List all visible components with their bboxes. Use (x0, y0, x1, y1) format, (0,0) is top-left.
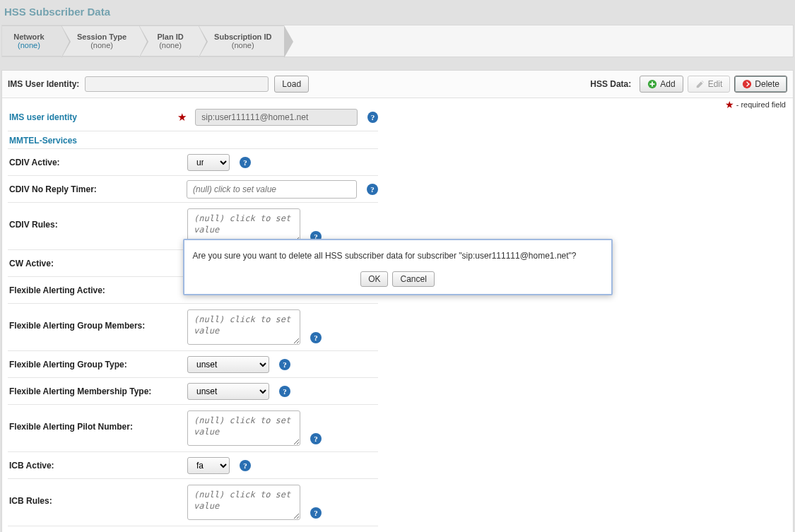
plus-circle-icon (647, 79, 657, 89)
content-panel: IMS User Identity: Load HSS Data: Add Ed… (1, 70, 794, 532)
fa-membership-label: Flexible Alerting Membership Type: (8, 386, 183, 396)
breadcrumb-step-subscription-id[interactable]: Subscription ID (none) (199, 25, 284, 57)
confirm-dialog: Are you sure you want to delete all HSS … (183, 239, 613, 295)
icb-active-label: ICB Active: (8, 461, 183, 471)
icb-rules-input[interactable] (187, 485, 300, 520)
delete-circle-icon (742, 79, 752, 89)
ok-button[interactable]: OK (360, 271, 388, 287)
row-icb-active: ICB Active: false ? (8, 451, 378, 478)
row-cdiv-no-reply-timer: CDIV No Reply Timer: ? (8, 175, 378, 202)
row-fa-group-type: Flexible Alerting Group Type: unset ? (8, 350, 378, 377)
row-fa-membership-type: Flexible Alerting Membership Type: unset… (8, 377, 378, 404)
required-note: ★ - required field (725, 99, 786, 110)
breadcrumb-step-session-type[interactable]: Session Type (none) (61, 25, 139, 57)
toolbar: IMS User Identity: Load HSS Data: Add Ed… (2, 71, 793, 98)
help-icon[interactable]: ? (279, 359, 290, 370)
edit-button[interactable]: Edit (688, 76, 731, 93)
fa-pilot-label: Flexible Alerting Pilot Number: (8, 410, 183, 432)
breadcrumb-value: (none) (155, 41, 186, 49)
breadcrumb-value: (none) (214, 41, 271, 49)
cdiv-active-label: CDIV Active: (8, 158, 183, 167)
load-button[interactable]: Load (274, 76, 309, 93)
hss-data-label: HSS Data: (590, 79, 631, 89)
help-icon[interactable]: ? (310, 332, 322, 343)
dialog-cancel-button[interactable]: Cancel (392, 271, 434, 287)
cdiv-nrt-label: CDIV No Reply Timer: (8, 184, 182, 194)
confirm-dialog-buttons: OK Cancel (193, 271, 603, 287)
help-icon[interactable]: ? (310, 433, 322, 444)
help-icon[interactable]: ? (240, 460, 251, 471)
row-ims-user-identity: IMS user identity ★ ? (8, 104, 378, 131)
ims-identity-input[interactable] (85, 76, 269, 92)
help-icon[interactable]: ? (310, 507, 322, 519)
ims-user-identity-field[interactable] (195, 109, 358, 126)
cw-active-label: CW Active: (8, 259, 183, 268)
page-title: HSS Subscriber Data (0, 0, 795, 25)
fa-membership-select[interactable]: unset (187, 383, 269, 400)
star-icon: ★ (725, 99, 734, 110)
confirm-dialog-message: Are you sure you want to delete all HSS … (193, 250, 603, 261)
svg-rect-2 (650, 83, 655, 85)
section-mmtel-services: MMTEL-Services (8, 131, 378, 148)
cdiv-active-select[interactable]: unset (187, 154, 230, 171)
breadcrumb-label: Plan ID (155, 32, 186, 41)
page: HSS Subscriber Data Network (none) Sessi… (0, 0, 795, 532)
cdiv-nrt-input[interactable] (187, 180, 357, 199)
form: IMS user identity ★ ? MMTEL-Services CDI… (2, 98, 384, 532)
breadcrumb-step-network[interactable]: Network (none) (2, 25, 61, 57)
help-icon[interactable]: ? (279, 386, 290, 397)
icb-active-select[interactable]: false (187, 457, 230, 474)
fa-active-label: Flexible Alerting Active: (8, 285, 183, 295)
breadcrumb-label: Session Type (77, 32, 126, 41)
breadcrumb-value: (none) (77, 41, 126, 49)
help-icon[interactable]: ? (240, 157, 251, 168)
ims-identity-label: IMS User Identity: (8, 79, 79, 89)
breadcrumb: Network (none) Session Type (none) Plan … (1, 25, 794, 57)
breadcrumb-label: Network (9, 32, 49, 41)
svg-point-3 (743, 80, 751, 88)
hss-data-buttons: HSS Data: Add Edit Delete (590, 76, 787, 93)
fa-members-label: Flexible Alerting Group Members: (8, 309, 183, 331)
cdiv-rules-label: CDIV Rules: (8, 208, 183, 230)
fa-group-type-select[interactable]: unset (187, 356, 269, 373)
required-star-icon: ★ (177, 111, 187, 124)
fa-pilot-input[interactable] (187, 410, 300, 446)
help-icon[interactable]: ? (367, 112, 378, 123)
delete-button[interactable]: Delete (734, 76, 787, 93)
row-fa-group-members: Flexible Alerting Group Members: ? (8, 303, 378, 350)
pencil-icon (695, 79, 705, 89)
add-button[interactable]: Add (640, 76, 683, 93)
help-icon[interactable]: ? (367, 184, 378, 195)
breadcrumb-label: Subscription ID (214, 32, 271, 41)
icb-rules-label: ICB Rules: (8, 485, 183, 506)
fa-members-input[interactable] (187, 309, 300, 345)
ims-user-identity-label: IMS user identity (8, 112, 173, 122)
breadcrumb-value: (none) (9, 41, 49, 49)
fa-group-type-label: Flexible Alerting Group Type: (8, 360, 183, 370)
row-fa-pilot-number: Flexible Alerting Pilot Number: ? (8, 404, 378, 451)
row-icb-rules: ICB Rules: ? (8, 478, 378, 526)
row-cdiv-active: CDIV Active: unset ? (8, 148, 378, 175)
